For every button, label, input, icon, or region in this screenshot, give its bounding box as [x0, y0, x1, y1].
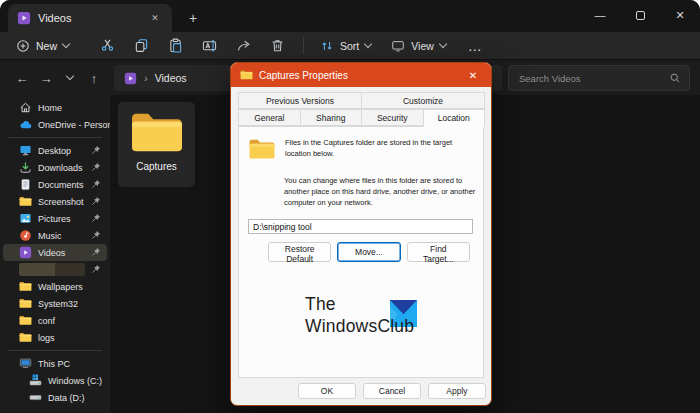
sort-icon: [320, 39, 334, 53]
search-box: [508, 65, 690, 91]
sidebar-item-screenshot[interactable]: Screenshot: [3, 193, 107, 210]
tab-title: Videos: [38, 12, 71, 24]
rename-icon: [202, 38, 217, 53]
tab-location[interactable]: Location: [423, 109, 486, 127]
sidebar-item-onedrive[interactable]: OneDrive - Personal: [3, 116, 107, 133]
sidebar-item-downloads[interactable]: Downloads: [3, 159, 107, 176]
close-button[interactable]: ✕: [660, 0, 700, 30]
maximize-icon: [636, 11, 645, 20]
sort-button[interactable]: Sort: [314, 34, 377, 57]
restore-default-button[interactable]: Restore Default: [268, 242, 331, 262]
up-button[interactable]: ↑: [82, 66, 106, 90]
location-actions: Restore Default Move... Find Target...: [268, 242, 470, 262]
chevron-down-icon: [62, 39, 70, 47]
tab-previous-versions[interactable]: Previous Versions: [238, 92, 362, 109]
command-bar: New Sort View …: [0, 32, 700, 60]
chevron-down-icon: [364, 39, 372, 47]
location-tab-page: Files in the Captures folder are stored …: [238, 126, 484, 378]
pin-icon: [91, 179, 101, 189]
captures-folder-tile[interactable]: Captures: [118, 102, 195, 187]
sidebar-item-system32[interactable]: System32: [3, 295, 107, 312]
pin-icon: [91, 145, 101, 155]
paste-icon: [168, 38, 183, 53]
recent-locations-button[interactable]: [58, 66, 82, 90]
sidebar-item-data-d[interactable]: Data (D:): [3, 389, 107, 406]
sidebar-item-videos[interactable]: Videos: [3, 244, 107, 261]
tab-security[interactable]: Security: [361, 109, 424, 126]
folder-icon: [19, 314, 32, 327]
sidebar-item-desktop[interactable]: Desktop: [3, 142, 107, 159]
location-intro-text: Files in the Captures folder are stored …: [285, 137, 461, 162]
chevron-down-icon: [439, 39, 447, 47]
sidebar-item-documents[interactable]: Documents: [3, 176, 107, 193]
sidebar-item-windows-c[interactable]: Windows (C:): [3, 372, 107, 389]
sidebar-item-redacted[interactable]: [3, 261, 107, 278]
maximize-button[interactable]: [620, 0, 660, 30]
folder-icon: [19, 297, 32, 310]
forward-button[interactable]: →: [34, 66, 58, 90]
thewindowsclub-logo: The WindowsClub: [239, 299, 483, 332]
share-icon: [236, 38, 251, 53]
sidebar-item-pictures[interactable]: Pictures: [3, 210, 107, 227]
sidebar-item-this-pc[interactable]: This PC: [3, 355, 107, 372]
dialog-tab-row-1: Previous Versions Customize: [231, 92, 491, 109]
more-options-button[interactable]: …: [462, 34, 489, 57]
dialog-tab-row-2: General Sharing Security Location: [231, 109, 491, 126]
dialog-close-icon[interactable]: ✕: [464, 70, 482, 81]
downloads-icon: [19, 161, 32, 174]
sidebar-item-music[interactable]: Music: [3, 227, 107, 244]
minimize-button[interactable]: —: [580, 0, 620, 30]
tab-customize[interactable]: Customize: [361, 92, 485, 109]
share-button[interactable]: [228, 34, 259, 57]
copy-icon: [134, 38, 149, 53]
sidebar-item-logs[interactable]: logs: [3, 329, 107, 346]
sidebar-divider: [8, 137, 102, 138]
tab-videos[interactable]: Videos ✕: [8, 4, 172, 32]
view-button[interactable]: View: [385, 34, 452, 57]
tab-general[interactable]: General: [238, 109, 301, 126]
music-icon: [19, 229, 32, 242]
logo-text-windowsclub: WindowsClub: [305, 321, 417, 332]
sidebar-item-home[interactable]: Home: [3, 99, 107, 116]
ok-button[interactable]: OK: [298, 383, 356, 399]
search-input[interactable]: [517, 72, 669, 85]
videos-icon: [124, 72, 137, 85]
new-button[interactable]: New: [10, 34, 75, 57]
delete-button[interactable]: [262, 34, 293, 57]
trash-icon: [270, 38, 285, 53]
paste-button[interactable]: [160, 34, 191, 57]
target-path-input[interactable]: [248, 219, 473, 234]
sidebar-item-conf[interactable]: conf: [3, 312, 107, 329]
breadcrumb-location[interactable]: Videos: [155, 72, 187, 84]
folder-icon: [248, 137, 276, 162]
window-controls: — ✕: [580, 0, 700, 30]
sidebar-item-wallpapers[interactable]: Wallpapers: [3, 278, 107, 295]
cut-button[interactable]: [92, 34, 123, 57]
location-description-text: You can change where files in this folde…: [284, 175, 482, 208]
back-button[interactable]: ←: [10, 66, 34, 90]
new-tab-button[interactable]: +: [180, 5, 206, 31]
onedrive-cloud-icon: [19, 118, 32, 131]
find-target-button[interactable]: Find Target...: [407, 242, 470, 262]
cut-icon: [100, 38, 115, 53]
rename-button[interactable]: [194, 34, 225, 57]
videos-icon: [19, 246, 32, 259]
cancel-button[interactable]: Cancel: [363, 383, 421, 399]
pin-icon: [91, 196, 101, 206]
tab-close-icon[interactable]: ✕: [147, 10, 163, 26]
pin-icon: [91, 213, 101, 223]
apply-button[interactable]: Apply: [428, 383, 486, 399]
document-icon: [19, 178, 32, 191]
search-icon[interactable]: [669, 72, 681, 84]
file-explorer-window: Videos ✕ + — ✕ New Sort: [0, 0, 700, 413]
tab-sharing[interactable]: Sharing: [300, 109, 363, 126]
windows-drive-icon: [29, 374, 42, 387]
folder-icon: [19, 195, 32, 208]
logo-text-the: The: [305, 299, 336, 310]
copy-button[interactable]: [126, 34, 157, 57]
plus-circle-icon: [16, 39, 30, 53]
home-icon: [19, 101, 32, 114]
move-button[interactable]: Move...: [337, 242, 400, 262]
videos-icon: [17, 11, 31, 25]
this-pc-icon: [19, 357, 32, 370]
